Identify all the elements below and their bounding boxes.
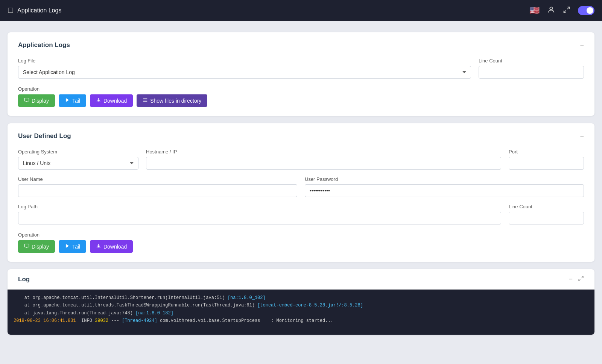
log-file-select[interactable]: Select Application Log [18, 66, 471, 79]
log-content: at org.apache.tomcat.util.InternalUtil.S… [8, 290, 594, 335]
username-group: User Name user01 [18, 176, 297, 197]
log-path-input[interactable]: /u01/data/applications/logs/crm/server01… [18, 212, 501, 224]
user-display-label: Display [32, 244, 49, 250]
topbar-right: 🇺🇸 [529, 6, 594, 16]
user-line-count-input[interactable]: 100 [509, 212, 584, 224]
user-defined-row2: User Name user01 User Password [18, 176, 584, 197]
hostname-group: Hostname / IP 10.11.12.13 [146, 149, 501, 170]
line-count-input[interactable]: 100 [479, 66, 584, 79]
user-display-icon [24, 243, 29, 250]
show-files-icon [143, 97, 148, 104]
show-files-button[interactable]: Show files in directory [137, 94, 207, 107]
os-group: Operating System Linux / UnixWindows [18, 149, 138, 170]
os-select[interactable]: Linux / UnixWindows [18, 157, 138, 170]
user-defined-log-card: User Defined Log − Operating System Linu… [8, 123, 594, 262]
log-panel-icons: − [569, 275, 584, 283]
fullscreen-icon[interactable] [563, 6, 570, 15]
user-download-label: Download [103, 244, 127, 250]
app-logs-operation-row: Display Tail Download [18, 94, 584, 107]
download-label: Download [103, 98, 127, 104]
log-line: at java.lang.Thread.run(Thread.java:748)… [14, 309, 588, 317]
topbar: ☐ Application Logs 🇺🇸 [0, 0, 602, 21]
user-tail-button[interactable]: Tail [59, 240, 86, 253]
log-line: at org.apache.tomcat.util.threads.TaskTh… [14, 302, 588, 309]
port-group: Port 22 [509, 149, 584, 170]
hostname-label: Hostname / IP [146, 149, 501, 155]
main-content: Application Logs − Log File Select Appli… [0, 21, 602, 346]
svg-line-16 [581, 276, 583, 278]
log-file-group: Log File Select Application Log [18, 58, 471, 79]
os-label: Operating System [18, 149, 138, 155]
user-tail-label: Tail [72, 244, 80, 250]
tail-label: Tail [72, 98, 80, 104]
svg-line-1 [567, 7, 570, 9]
app-logs-card-header: Application Logs − [18, 41, 584, 49]
hostname-input[interactable]: 10.11.12.13 [146, 157, 501, 170]
line-count-group: Line Count 100 [479, 58, 584, 79]
app-logs-collapse-btn[interactable]: − [580, 42, 584, 49]
flag-icon[interactable]: 🇺🇸 [529, 6, 540, 15]
password-input[interactable] [305, 184, 584, 197]
app-icon: ☐ [8, 6, 14, 15]
password-label: User Password [305, 176, 584, 182]
svg-point-0 [550, 7, 552, 9]
display-label: Display [32, 98, 49, 104]
user-defined-row3: Log Path /u01/data/applications/logs/crm… [18, 204, 584, 224]
user-defined-operation-row: Display Tail Download [18, 240, 584, 253]
app-logs-title: Application Logs [18, 41, 70, 49]
display-icon [24, 97, 29, 104]
user-line-count-label: Line Count [509, 204, 584, 209]
app-title: Application Logs [17, 7, 61, 14]
theme-toggle[interactable] [578, 6, 594, 15]
user-defined-title: User Defined Log [18, 132, 71, 140]
user-tail-icon [65, 243, 70, 250]
log-panel-title: Log [18, 276, 30, 283]
svg-marker-14 [66, 244, 69, 248]
download-icon [96, 97, 101, 104]
application-logs-card: Application Logs − Log File Select Appli… [8, 32, 594, 116]
user-icon[interactable] [547, 6, 555, 16]
log-panel: Log − at org.apache.tomcat.util.Internal… [8, 269, 594, 335]
svg-line-2 [564, 10, 566, 12]
show-files-label: Show files in directory [150, 98, 201, 104]
log-file-label: Log File [18, 58, 471, 64]
port-label: Port [509, 149, 584, 155]
tail-button[interactable]: Tail [59, 94, 86, 107]
user-display-button[interactable]: Display [18, 240, 55, 253]
download-button[interactable]: Download [90, 94, 133, 107]
user-defined-collapse-btn[interactable]: − [580, 133, 584, 140]
user-download-button[interactable]: Download [90, 240, 133, 253]
svg-rect-3 [24, 98, 29, 101]
user-line-count-group: Line Count 100 [509, 204, 584, 224]
tail-icon [65, 97, 70, 104]
log-panel-header: Log − [8, 269, 594, 290]
display-button[interactable]: Display [18, 94, 55, 107]
topbar-left: ☐ Application Logs [8, 6, 61, 15]
user-defined-card-header: User Defined Log − [18, 132, 584, 140]
user-download-icon [96, 243, 101, 250]
svg-rect-11 [24, 244, 29, 247]
user-defined-row1: Operating System Linux / UnixWindows Hos… [18, 149, 584, 170]
app-logs-file-row: Log File Select Application Log Line Cou… [18, 58, 584, 79]
password-group: User Password [305, 176, 584, 197]
log-collapse-icon[interactable]: − [569, 275, 573, 283]
svg-marker-6 [66, 98, 69, 102]
line-count-label: Line Count [479, 58, 584, 64]
port-input[interactable]: 22 [509, 157, 584, 170]
log-path-label: Log Path [18, 204, 501, 209]
svg-line-17 [579, 279, 581, 281]
operation-label: Operation [18, 86, 40, 92]
log-expand-icon[interactable] [578, 276, 584, 283]
log-line: 2019-08-23 16:06:41.831 INFO 39032 --- [… [14, 317, 588, 325]
log-line: at org.apache.tomcat.util.InternalUtil.S… [14, 294, 588, 302]
username-input[interactable]: user01 [18, 184, 297, 197]
username-label: User Name [18, 176, 297, 182]
user-operation-label: Operation [18, 232, 40, 238]
log-path-group: Log Path /u01/data/applications/logs/crm… [18, 204, 501, 224]
